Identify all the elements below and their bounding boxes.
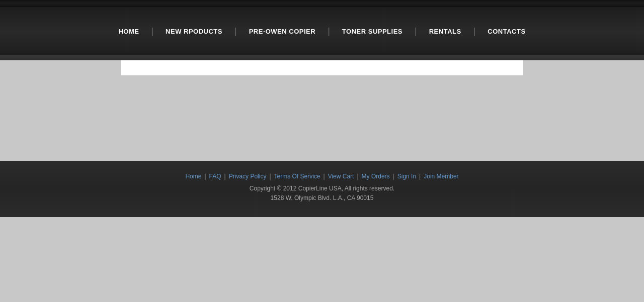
footer-link-orders[interactable]: My Orders <box>362 173 390 180</box>
footer-pipe-2: | <box>224 173 226 180</box>
footer-inner: Home | FAQ | Privacy Policy | Terms Of S… <box>121 173 523 203</box>
nav-pre-owen[interactable]: PRE-OWEN COPIER <box>237 28 328 35</box>
footer-link-cart[interactable]: View Cart <box>328 173 354 180</box>
footer-link-home[interactable]: Home <box>185 173 201 180</box>
footer-link-join[interactable]: Join Member <box>424 173 458 180</box>
inner-content <box>121 60 523 75</box>
footer-pipe-4: | <box>324 173 325 180</box>
footer-link-faq[interactable]: FAQ <box>209 173 221 180</box>
nav-rentals[interactable]: RENTALS <box>417 28 473 35</box>
footer-address: 1528 W. Olympic Blvd. L.A., CA 90015 <box>121 193 523 203</box>
footer-link-terms[interactable]: Terms Of Service <box>274 173 320 180</box>
nav-new-products[interactable]: NEW RPODUCTS <box>153 28 234 35</box>
page-wrapper: HOME | NEW RPODUCTS | PRE-OWEN COPIER | … <box>0 0 644 302</box>
footer-pipe-6: | <box>393 173 394 180</box>
nav-toner[interactable]: TONER SUPPLIES <box>330 28 415 35</box>
footer-copyright: Copyright © 2012 CopierLine USA, All rig… <box>121 184 523 203</box>
nav-contacts[interactable]: CONTACTS <box>475 28 537 35</box>
copyright-text: Copyright © 2012 CopierLine USA, All rig… <box>121 184 523 193</box>
header: HOME | NEW RPODUCTS | PRE-OWEN COPIER | … <box>0 7 644 55</box>
nav-home[interactable]: HOME <box>106 28 151 35</box>
footer: Home | FAQ | Privacy Policy | Terms Of S… <box>0 161 644 217</box>
footer-pipe-5: | <box>357 173 358 180</box>
main-nav: HOME | NEW RPODUCTS | PRE-OWEN COPIER | … <box>106 27 537 36</box>
sub-bar <box>0 55 644 60</box>
footer-link-privacy[interactable]: Privacy Policy <box>229 173 267 180</box>
footer-pipe-3: | <box>269 173 271 180</box>
footer-link-signin[interactable]: Sign In <box>397 173 416 180</box>
content-area <box>0 60 644 161</box>
footer-links: Home | FAQ | Privacy Policy | Terms Of S… <box>121 173 523 180</box>
footer-pipe-7: | <box>419 173 421 180</box>
top-bar <box>0 0 644 7</box>
footer-pipe-1: | <box>204 173 206 180</box>
